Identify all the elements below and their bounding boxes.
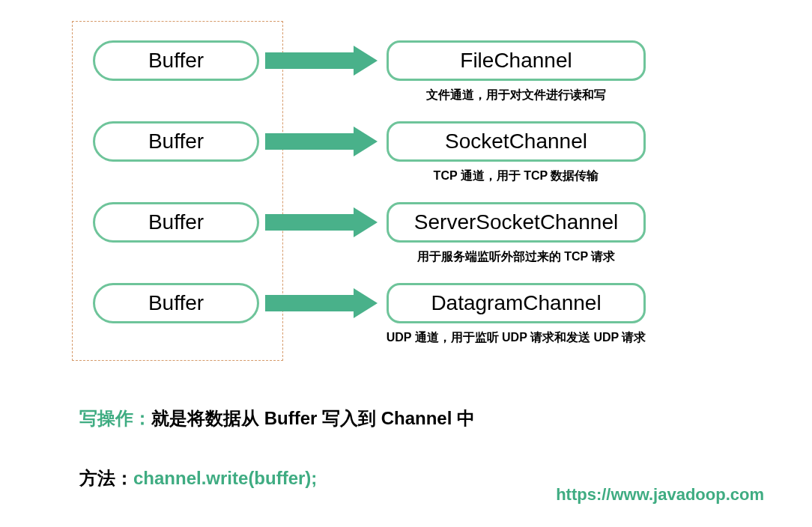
channel-label: SocketChannel — [445, 130, 587, 153]
arrow-shaft — [265, 214, 354, 231]
buffer-box: Buffer — [93, 202, 259, 243]
method-line: 方法：channel.write(buffer); — [79, 466, 317, 490]
arrow-right — [265, 207, 378, 237]
arrow-head-icon — [354, 207, 378, 237]
channel-label: ServerSocketChannel — [414, 210, 618, 234]
method-label: 方法： — [79, 468, 133, 488]
channel-desc: 文件通道，用于对文件进行读和写 — [381, 88, 651, 103]
channel-box: DatagramChannel — [387, 283, 646, 323]
arrow-right — [265, 288, 378, 318]
channel-desc: TCP 通道，用于 TCP 数据传输 — [381, 168, 651, 184]
buffer-box: Buffer — [93, 121, 259, 162]
buffer-box: Buffer — [93, 283, 259, 323]
diagram-canvas: Buffer FileChannel 文件通道，用于对文件进行读和写 Buffe… — [0, 0, 812, 527]
channel-box: ServerSocketChannel — [387, 202, 646, 243]
write-operation-text: 就是将数据从 Buffer 写入到 Channel 中 — [151, 408, 475, 428]
arrow-shaft — [265, 133, 354, 150]
footer-url: https://www.javadoop.com — [556, 485, 764, 505]
arrow-head-icon — [354, 46, 378, 76]
channel-desc: 用于服务端监听外部过来的 TCP 请求 — [381, 249, 651, 265]
channel-box: SocketChannel — [387, 121, 646, 162]
buffer-label: Buffer — [148, 291, 204, 315]
buffer-label: Buffer — [148, 130, 204, 153]
method-text: channel.write(buffer); — [133, 468, 317, 488]
arrow-shaft — [265, 295, 354, 311]
channel-label: DatagramChannel — [431, 291, 601, 315]
arrow-right — [265, 127, 378, 156]
arrow-right — [265, 46, 378, 76]
channel-desc: UDP 通道，用于监听 UDP 请求和发送 UDP 请求 — [366, 330, 666, 346]
arrow-head-icon — [354, 288, 378, 318]
arrow-shaft — [265, 52, 354, 69]
channel-box: FileChannel — [387, 40, 646, 81]
buffer-label: Buffer — [148, 210, 204, 234]
write-operation-label: 写操作： — [79, 408, 151, 428]
arrow-head-icon — [354, 127, 378, 156]
channel-label: FileChannel — [460, 49, 572, 73]
buffer-label: Buffer — [148, 49, 204, 73]
write-operation-line: 写操作：就是将数据从 Buffer 写入到 Channel 中 — [79, 406, 475, 430]
buffer-box: Buffer — [93, 40, 259, 81]
